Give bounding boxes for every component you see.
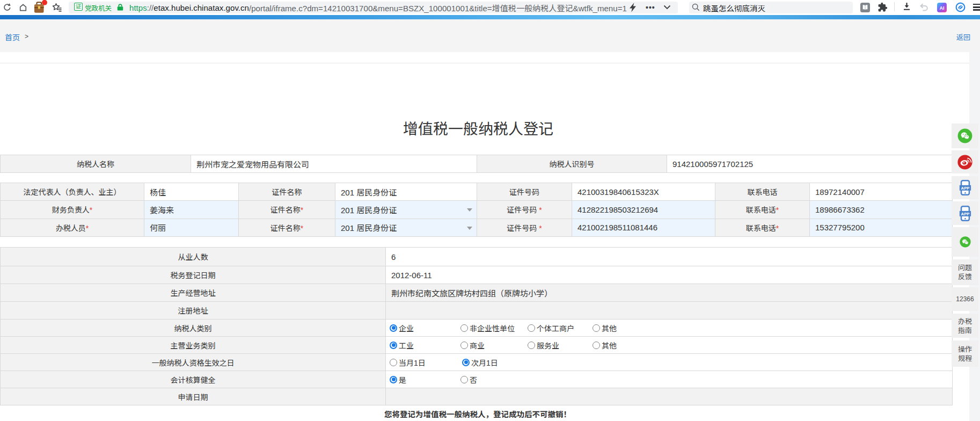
svg-text:APP: APP bbox=[961, 186, 969, 191]
svg-text:AI: AI bbox=[940, 5, 945, 11]
svg-text:APP: APP bbox=[961, 211, 969, 216]
